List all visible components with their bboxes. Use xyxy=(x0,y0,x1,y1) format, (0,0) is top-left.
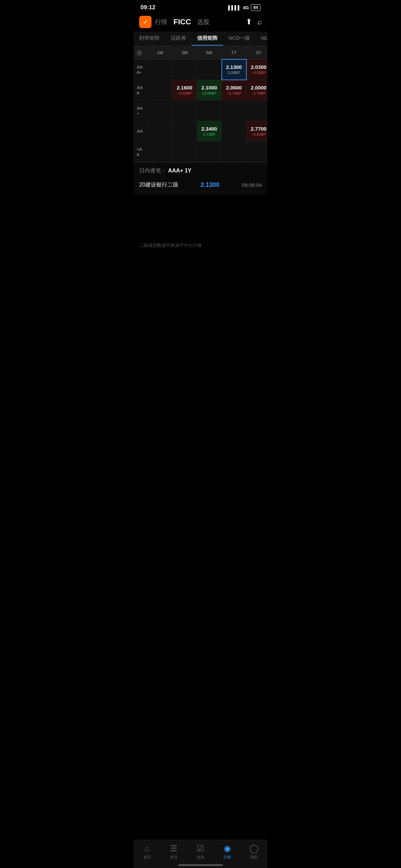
cell-change: −3.82BP xyxy=(248,132,267,136)
table-row: AAA 2.1600 −0.65BP 2.1000 13.00BP 2.0600… xyxy=(134,80,268,100)
cell-aaa-plus-1y[interactable]: 2.1300 0.00BP xyxy=(222,59,246,80)
cell-aaa-3y[interactable]: 2.0000 −1.78BP xyxy=(246,80,268,100)
header-tab-stock[interactable]: 选股 xyxy=(197,18,209,26)
cell-value: 2.0300 xyxy=(248,64,268,70)
cell-change: −0.65BP xyxy=(174,91,195,95)
cell-aa-1m[interactable] xyxy=(148,121,172,142)
cell-aa-plus-3m[interactable] xyxy=(172,100,197,121)
cell-aa-plus-1m[interactable] xyxy=(148,100,172,121)
cell-value: 2.3400 xyxy=(198,126,220,132)
row-label-aa: AA xyxy=(134,121,148,142)
header-actions: ⬆ ⌕ xyxy=(246,17,262,26)
credit-matrix: ◎ 1M 3M 6M 1Y 3Y 5Y 7Y AAA+ 2.1300 0.00B xyxy=(134,46,267,162)
col-header-3y: 3Y xyxy=(246,46,268,59)
cell-change: 0.00BP xyxy=(223,71,245,75)
col-header-1m: 1M xyxy=(148,46,172,59)
app-logo[interactable]: ✓ xyxy=(139,16,151,28)
col-header-3m: 3M xyxy=(172,46,197,59)
nav-tabs: 利率矩阵 活跃券 信用矩阵 NCD一级 NCD二级 xyxy=(134,32,267,46)
cell-value: 2.7700 xyxy=(248,126,267,132)
cell-aa-3y[interactable]: 2.7700 −3.82BP xyxy=(246,121,268,142)
table-row: AAA+ 2.1300 0.00BP 2.0300 −4.00BP 2.0450… xyxy=(134,59,268,80)
header-tab-ficc[interactable]: FICC xyxy=(173,17,191,26)
cell-aa-plus-6m[interactable] xyxy=(197,100,222,121)
cell-below-a-1y[interactable] xyxy=(222,142,246,162)
cell-value: 2.0600 xyxy=(223,85,245,91)
cell-aa-6m[interactable]: 2.3400 1.72BP xyxy=(197,121,222,142)
cell-below-a-6m[interactable] xyxy=(197,142,222,162)
cell-value: 2.1000 xyxy=(198,85,220,91)
col-header-label: ◎ xyxy=(134,46,148,59)
nav-tab-active[interactable]: 活跃券 xyxy=(165,32,192,46)
intraday-label: 日内逐笔： AAA+ 1Y xyxy=(139,167,262,174)
cell-value: 2.1300 xyxy=(223,64,245,70)
col-header-6m: 6M xyxy=(197,46,222,59)
nav-tab-credit[interactable]: 信用矩阵 xyxy=(192,32,223,46)
cell-aaa-3m[interactable]: 2.1600 −0.65BP xyxy=(172,80,197,100)
trade-price: 2.1300 xyxy=(200,181,219,189)
share-button[interactable]: ⬆ xyxy=(246,17,252,26)
cell-change: 13.00BP xyxy=(198,91,220,95)
row-label-aaa-plus: AAA+ xyxy=(134,59,148,80)
intraday-section: 日内逐笔： AAA+ 1Y 20建设银行二级 2.1300 09:08:04 xyxy=(134,162,267,194)
table-row: AA+ 2.6800 −3.32BP xyxy=(134,100,268,121)
nav-tab-ncd2[interactable]: NCD二级 xyxy=(256,32,268,46)
row-label-below-a: <AA xyxy=(134,142,148,162)
cell-value: 2.0000 xyxy=(248,85,267,91)
intraday-tag: AAA+ 1Y xyxy=(168,168,191,173)
table-row: AA 2.3400 1.72BP 2.7700 −3.82BP xyxy=(134,121,268,142)
cell-value: 2.1600 xyxy=(174,85,195,91)
cell-change: −1.78BP xyxy=(248,91,267,95)
cell-below-a-3m[interactable] xyxy=(172,142,197,162)
cell-aa-plus-1y[interactable] xyxy=(222,100,246,121)
cell-change: −4.00BP xyxy=(248,71,268,75)
trade-name: 20建设银行二级 xyxy=(139,181,178,189)
cell-aaa-plus-6m[interactable] xyxy=(197,59,222,80)
search-button[interactable]: ⌕ xyxy=(257,17,262,26)
footer-note: 二级成交数据均来源于中介行情 xyxy=(134,236,267,252)
cell-aaa-6m[interactable]: 2.1000 13.00BP xyxy=(197,80,222,100)
logo-icon: ✓ xyxy=(143,18,148,26)
row-label-aa-plus: AA+ xyxy=(134,100,148,121)
cell-aaa-plus-1m[interactable] xyxy=(148,59,172,80)
cell-change: 1.72BP xyxy=(198,132,220,136)
cell-below-a-3y[interactable] xyxy=(246,142,268,162)
status-bar: 09:12 ▌▌▌▌ 4G 84 xyxy=(134,0,267,14)
cell-aaa-plus-3m[interactable] xyxy=(172,59,197,80)
col-header-1y: 1Y xyxy=(222,46,246,59)
nav-tab-rate[interactable]: 利率矩阵 xyxy=(134,32,165,46)
battery-indicator: 84 xyxy=(251,4,260,11)
status-icons: ▌▌▌▌ 4G 84 xyxy=(228,4,260,11)
trade-time: 09:08:04 xyxy=(242,182,262,188)
network-type: 4G xyxy=(243,5,249,10)
matrix-table: ◎ 1M 3M 6M 1Y 3Y 5Y 7Y AAA+ 2.1300 0.00B xyxy=(134,46,267,162)
cell-aa-3m[interactable] xyxy=(172,121,197,142)
header: ✓ 行情 FICC 选股 ⬆ ⌕ xyxy=(134,14,267,32)
cell-below-a-1m[interactable] xyxy=(148,142,172,162)
row-label-aaa: AAA xyxy=(134,80,148,100)
signal-icon: ▌▌▌▌ xyxy=(228,5,241,10)
cell-change: −5.76BP xyxy=(223,91,245,95)
table-row: <AA xyxy=(134,142,268,162)
cell-aa-plus-3y[interactable] xyxy=(246,100,268,121)
trade-row[interactable]: 20建设银行二级 2.1300 09:08:04 xyxy=(139,179,262,192)
header-tab-market[interactable]: 行情 xyxy=(155,18,167,26)
cell-aaa-1m[interactable] xyxy=(148,80,172,100)
header-tabs: 行情 FICC 选股 xyxy=(155,17,242,26)
cell-aaa-1y[interactable]: 2.0600 −5.76BP xyxy=(222,80,246,100)
status-time: 09:12 xyxy=(141,4,155,11)
nav-tab-ncd1[interactable]: NCD一级 xyxy=(223,32,256,46)
cell-aaa-plus-3y[interactable]: 2.0300 −4.00BP xyxy=(246,59,268,80)
cell-aa-1y[interactable] xyxy=(222,121,246,142)
